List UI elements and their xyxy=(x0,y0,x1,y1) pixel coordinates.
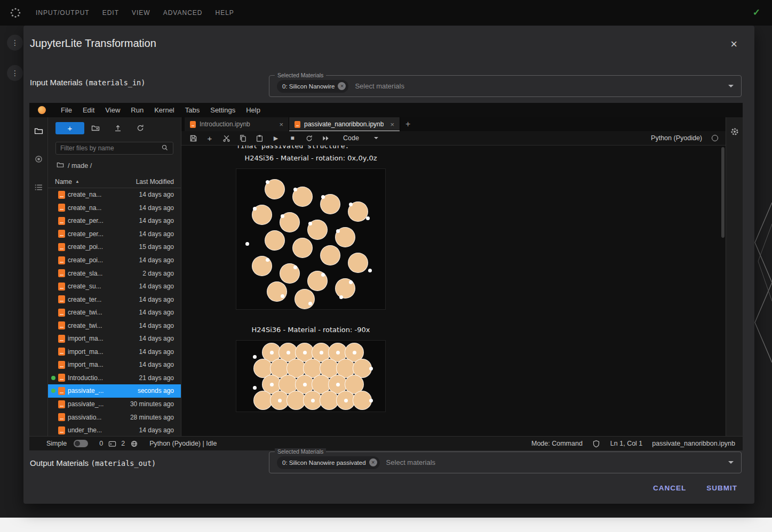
column-name[interactable]: Name xyxy=(55,178,72,186)
lab-menu-run[interactable]: Run xyxy=(125,106,149,114)
lab-menu-kernel[interactable]: Kernel xyxy=(149,106,180,114)
app-menu-help[interactable]: HELP xyxy=(215,9,234,17)
app-logo-icon[interactable] xyxy=(9,6,22,19)
lab-menu-edit[interactable]: Edit xyxy=(77,106,100,114)
file-row[interactable]: create_per...14 days ago xyxy=(48,214,181,228)
save-icon[interactable] xyxy=(189,134,197,142)
close-icon[interactable]: × xyxy=(730,38,737,50)
running-sessions-icon[interactable] xyxy=(34,154,43,164)
notebook-scrollbar[interactable] xyxy=(721,147,725,238)
notebook-file-icon xyxy=(295,121,300,128)
app-menu-view[interactable]: VIEW xyxy=(132,9,150,17)
notebook-toolbar: + ▶ ■ xyxy=(181,131,726,146)
copy-cell-icon[interactable] xyxy=(238,134,247,142)
output-materials-text: Output Materials xyxy=(30,458,89,467)
submit-button[interactable]: SUBMIT xyxy=(701,480,743,496)
figure-canvas xyxy=(236,340,386,412)
run-all-icon[interactable] xyxy=(321,134,330,142)
app-menu-input-output[interactable]: INPUT/OUTPUT xyxy=(36,9,90,17)
new-launcher-button[interactable]: + xyxy=(55,122,84,134)
lab-menu-help[interactable]: Help xyxy=(241,106,266,114)
lab-menu-file[interactable]: File xyxy=(55,106,77,114)
close-tab-icon[interactable]: × xyxy=(279,120,283,128)
kebab-menu-icon[interactable]: ⋮ xyxy=(7,65,23,81)
restart-kernel-icon[interactable] xyxy=(305,134,313,142)
silicon-atom xyxy=(265,230,285,251)
run-cell-icon[interactable]: ▶ xyxy=(272,134,280,142)
file-row[interactable]: create_poi...14 days ago xyxy=(48,254,181,267)
add-cell-icon[interactable]: + xyxy=(205,134,214,142)
chevron-down-icon[interactable] xyxy=(728,85,734,87)
material-chip[interactable]: 0: Silicon Nanowire passivated × xyxy=(277,456,380,469)
file-row[interactable]: passivatio...28 minutes ago xyxy=(48,410,181,424)
refresh-icon[interactable] xyxy=(129,124,152,132)
column-last-modified[interactable]: Last Modified xyxy=(136,178,174,186)
notebook-file-icon xyxy=(58,217,65,225)
paste-cell-icon[interactable] xyxy=(255,134,264,142)
kernel-name[interactable]: Python (Pyodide) xyxy=(651,134,702,142)
file-row[interactable]: Introductio...21 days ago xyxy=(48,372,181,385)
table-of-contents-icon[interactable] xyxy=(34,182,43,192)
kebab-menu-icon[interactable]: ⋮ xyxy=(7,35,23,51)
upload-icon[interactable] xyxy=(107,124,129,132)
lab-menu-view[interactable]: View xyxy=(100,106,125,114)
notebook-file-icon xyxy=(58,243,65,251)
file-name: create_twi... xyxy=(68,309,102,316)
file-row[interactable]: create_poi...15 days ago xyxy=(48,240,181,254)
file-row[interactable]: under_the...14 days ago xyxy=(48,424,181,436)
file-row[interactable]: create_su...14 days ago xyxy=(48,280,181,293)
simple-mode-toggle[interactable] xyxy=(74,440,88,447)
tab-introduction[interactable]: Introduction.ipynb × xyxy=(185,117,289,131)
hydrogen-atom xyxy=(368,269,372,272)
hydrogen-atom xyxy=(336,351,340,354)
material-chip[interactable]: 0: Silicon Nanowire × xyxy=(277,80,348,93)
file-row[interactable]: import_ma...14 days ago xyxy=(48,345,181,359)
file-row[interactable]: create_twi...14 days ago xyxy=(48,306,181,319)
chip-delete-icon[interactable]: × xyxy=(338,82,346,90)
select-legend: Selected Materials xyxy=(275,72,326,78)
notebook-file-icon xyxy=(190,121,196,128)
filter-files-input[interactable]: Filter files by name xyxy=(55,142,173,155)
file-name: create_sla... xyxy=(68,270,102,277)
folder-icon[interactable] xyxy=(34,126,43,135)
output-materials-select[interactable]: Selected Materials 0: Silicon Nanowire p… xyxy=(269,452,742,473)
lab-menu-tabs[interactable]: Tabs xyxy=(180,106,205,114)
file-row[interactable]: create_twi...14 days ago xyxy=(48,319,181,332)
cursor-position[interactable]: Ln 1, Col 1 xyxy=(610,440,642,447)
file-row[interactable]: create_per...14 days ago xyxy=(48,228,181,241)
file-row[interactable]: create_na...14 days ago xyxy=(48,201,181,215)
file-row[interactable]: create_ter...14 days ago xyxy=(48,293,181,306)
breadcrumb[interactable]: / made / xyxy=(57,161,181,170)
lab-menu-settings[interactable]: Settings xyxy=(205,106,241,114)
file-row[interactable]: import_ma...14 days ago xyxy=(48,332,181,345)
file-row[interactable]: passivate_...30 minutes ago xyxy=(48,398,181,411)
file-row[interactable]: create_sla...2 days ago xyxy=(48,267,181,280)
tab-label: passivate_nanoribbon.ipynb xyxy=(304,120,384,128)
app-menu-edit[interactable]: EDIT xyxy=(102,9,119,17)
app-menu-advanced[interactable]: ADVANCED xyxy=(163,9,203,17)
file-name: import_ma... xyxy=(68,348,104,356)
input-materials-select[interactable]: Selected Materials 0: Silicon Nanowire ×… xyxy=(269,75,742,97)
gear-icon[interactable] xyxy=(730,127,739,136)
chip-delete-icon[interactable]: × xyxy=(369,458,377,466)
kernel-status-text[interactable]: Python (Pyodide) | Idle xyxy=(149,440,217,447)
cell-type-dropdown[interactable]: Code xyxy=(343,134,378,142)
chevron-down-icon[interactable] xyxy=(728,461,734,464)
file-row[interactable]: import_ma...14 days ago xyxy=(48,358,181,372)
hydrogen-atom xyxy=(321,195,325,199)
cut-cell-icon[interactable] xyxy=(222,134,230,142)
hydrogen-atom xyxy=(253,386,257,390)
close-tab-icon[interactable]: × xyxy=(390,120,394,128)
hydrogen-atom xyxy=(339,295,343,299)
stop-kernel-icon[interactable]: ■ xyxy=(288,134,297,142)
hydrogen-atom xyxy=(303,383,307,386)
kernel-status-icon[interactable] xyxy=(712,135,718,141)
cancel-button[interactable]: CANCEL xyxy=(648,480,691,496)
notebook-content[interactable]: final passivated structure: H24Si36 - Ma… xyxy=(181,146,726,436)
figure-title: H24Si36 - Material - rotation: 0x,0y,0z xyxy=(236,154,386,162)
new-folder-icon[interactable] xyxy=(84,124,107,132)
add-tab-icon[interactable]: + xyxy=(405,119,410,129)
tab-passivate-nanoribbon[interactable]: passivate_nanoribbon.ipynb × xyxy=(289,117,400,131)
file-row[interactable]: passivate_...seconds ago xyxy=(48,384,181,398)
file-row[interactable]: create_na...14 days ago xyxy=(48,188,181,201)
